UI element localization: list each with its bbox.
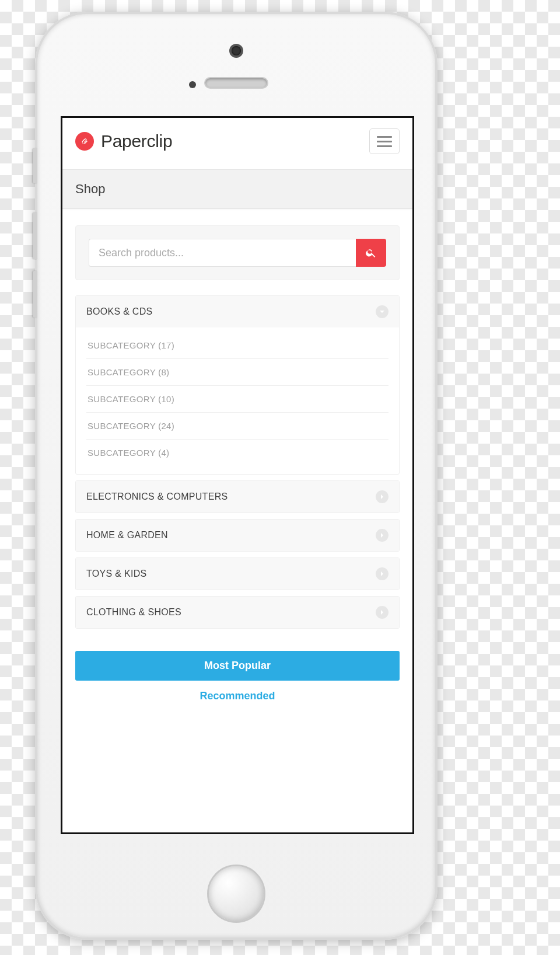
tab-recommended[interactable]: Recommended [75, 681, 400, 707]
category-header[interactable]: TOYS & KIDS [76, 558, 399, 590]
content: BOOKS & CDS SUBCATEGORY (17) SUBCATEGORY… [62, 209, 412, 635]
search-button[interactable] [356, 239, 386, 267]
subcategory-item[interactable]: SUBCATEGORY (17) [86, 332, 388, 359]
chevron-right-icon [376, 529, 388, 542]
category-home-garden: HOME & GARDEN [75, 519, 400, 552]
phone-camera [232, 46, 241, 55]
app-header: Paperclip [62, 118, 412, 169]
subcategory-item[interactable]: SUBCATEGORY (4) [86, 440, 388, 466]
phone-speaker [204, 77, 268, 89]
category-label: ELECTRONICS & COMPUTERS [86, 492, 228, 502]
category-label: CLOTHING & SHOES [86, 607, 181, 618]
search-icon [365, 247, 377, 259]
logo[interactable]: Paperclip [75, 131, 172, 151]
phone-volume-up [33, 212, 37, 259]
search-input[interactable] [89, 239, 356, 267]
subcategory-item[interactable]: SUBCATEGORY (24) [86, 413, 388, 440]
subcategory-list: SUBCATEGORY (17) SUBCATEGORY (8) SUBCATE… [76, 327, 399, 474]
phone-frame: Paperclip Shop [35, 12, 438, 940]
search-card [75, 225, 400, 280]
page-title: Shop [75, 182, 400, 197]
category-header[interactable]: BOOKS & CDS [76, 296, 399, 327]
category-books-cds: BOOKS & CDS SUBCATEGORY (17) SUBCATEGORY… [75, 295, 400, 475]
paperclip-icon [75, 132, 94, 151]
phone-sensor [189, 81, 196, 88]
chevron-right-icon [376, 606, 388, 619]
category-label: BOOKS & CDS [86, 306, 153, 317]
phone-volume-down [33, 271, 37, 318]
tabs: Most Popular Recommended [62, 651, 412, 707]
subcategory-item[interactable]: SUBCATEGORY (10) [86, 386, 388, 413]
app-screen: Paperclip Shop [61, 116, 414, 834]
category-electronics-computers: ELECTRONICS & COMPUTERS [75, 480, 400, 513]
category-header[interactable]: HOME & GARDEN [76, 520, 399, 551]
phone-mute-switch [33, 148, 37, 183]
category-header[interactable]: CLOTHING & SHOES [76, 597, 399, 628]
page-title-bar: Shop [62, 169, 412, 209]
hamburger-icon [377, 136, 392, 138]
subcategory-item[interactable]: SUBCATEGORY (8) [86, 359, 388, 386]
menu-button[interactable] [369, 128, 400, 154]
tab-most-popular[interactable]: Most Popular [75, 651, 400, 681]
category-label: HOME & GARDEN [86, 530, 168, 541]
category-toys-kids: TOYS & KIDS [75, 557, 400, 590]
category-list: BOOKS & CDS SUBCATEGORY (17) SUBCATEGORY… [75, 295, 400, 629]
chevron-right-icon [376, 490, 388, 503]
app-name: Paperclip [101, 131, 172, 151]
chevron-down-icon [376, 305, 388, 318]
phone-home-button[interactable] [207, 865, 265, 923]
category-label: TOYS & KIDS [86, 569, 146, 579]
category-clothing-shoes: CLOTHING & SHOES [75, 596, 400, 629]
category-header[interactable]: ELECTRONICS & COMPUTERS [76, 481, 399, 513]
chevron-right-icon [376, 567, 388, 580]
